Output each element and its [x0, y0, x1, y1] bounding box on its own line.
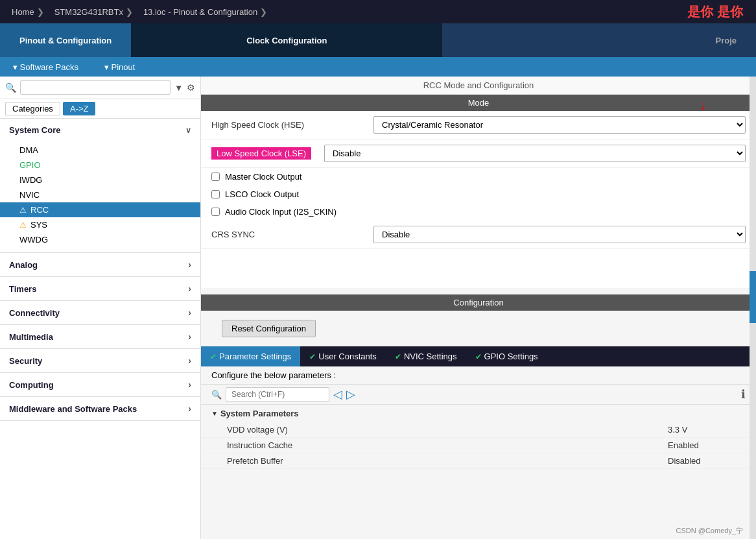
- config-section: Configuration Reset Configuration ✔ Para…: [201, 294, 756, 469]
- tab-pinout-config[interactable]: Pinout & Configuration: [0, 23, 131, 57]
- section-multimedia-header[interactable]: Multimedia ›: [0, 325, 200, 348]
- tab-parameter-settings[interactable]: ✔ Parameter Settings: [201, 346, 300, 366]
- tab-gpio-settings[interactable]: ✔ GPIO Settings: [466, 346, 547, 366]
- hse-label: High Speed Clock (HSE): [211, 120, 367, 130]
- section-system-core: System Core ∨ DMA GPIO IWDG NVIC: [0, 119, 200, 253]
- configure-text: Configure the below parameters :: [201, 366, 756, 385]
- master-clock-checkbox[interactable]: [211, 173, 220, 181]
- info-icon: ℹ: [741, 387, 746, 401]
- sidebar-item-nvic[interactable]: NVIC: [0, 187, 200, 202]
- section-multimedia-label: Multimedia: [9, 332, 53, 342]
- sidebar-search-area: 🔍 ▼ ⚙: [0, 77, 200, 99]
- chevron-right-icon-security: ›: [188, 355, 191, 366]
- nav-file-label: 13.ioc - Pinout & Configuration: [143, 7, 257, 17]
- section-connectivity-header[interactable]: Connectivity ›: [0, 301, 200, 324]
- audio-clock-row: Audio Clock Input (I2S_CKIN): [201, 203, 756, 221]
- chevron-right-icon-middleware: ›: [188, 403, 191, 414]
- section-connectivity: Connectivity ›: [0, 301, 200, 325]
- nav-prev-icon[interactable]: ◁: [333, 387, 342, 401]
- search-params-input[interactable]: [226, 387, 329, 401]
- chevron-right-icon-computing: ›: [188, 379, 191, 390]
- nav-chevron-2: ❯: [126, 7, 133, 17]
- audio-clock-label: Audio Clock Input (I2S_CKIN): [225, 207, 337, 217]
- pinout-label: ▾ Pinout: [104, 62, 135, 72]
- tab-categories[interactable]: Categories: [5, 102, 60, 115]
- sidebar-item-dma[interactable]: DMA: [0, 143, 200, 158]
- section-security-label: Security: [9, 356, 42, 366]
- pinout-menu[interactable]: ▾ Pinout: [104, 62, 135, 72]
- chinese-annotation: 是你 是你: [687, 3, 743, 21]
- nav-chevron-1: ❯: [37, 7, 44, 17]
- section-system-core-header[interactable]: System Core ∨: [0, 119, 200, 141]
- chevron-right-icon-analog: ›: [188, 259, 191, 270]
- rcc-panel: RCC Mode and Configuration Mode High Spe…: [201, 77, 756, 288]
- tab-user-constants[interactable]: ✔ User Constants: [300, 346, 386, 366]
- mode-section-header: Mode: [201, 95, 756, 111]
- system-params-header: ▼ System Parameters: [201, 405, 756, 422]
- chevron-right-icon-connectivity: ›: [188, 307, 191, 318]
- section-middleware-label: Middleware and Software Packs: [9, 404, 137, 414]
- tab-nvic-settings[interactable]: ✔ NVIC Settings: [386, 346, 466, 366]
- rcc-panel-title: RCC Mode and Configuration: [201, 77, 756, 95]
- config-tabs: ✔ Parameter Settings ✔ User Constants ✔ …: [201, 346, 756, 366]
- master-clock-label: Master Clock Output: [225, 172, 302, 182]
- nav-home[interactable]: Home ❯: [6, 7, 49, 17]
- tab-clock-config[interactable]: Clock Configuration: [131, 23, 442, 57]
- sub-header: ▾ Software Packs ▾ Pinout: [0, 57, 756, 77]
- master-clock-row: Master Clock Output: [201, 168, 756, 186]
- nav-next-icon[interactable]: ▷: [346, 387, 355, 401]
- reset-config-button[interactable]: Reset Configuration: [222, 320, 316, 337]
- section-timers-header[interactable]: Timers ›: [0, 277, 200, 300]
- content-area: 🔍 ▼ ⚙ Categories A->Z System Core ∨ DMA: [0, 77, 756, 539]
- sidebar-item-rcc[interactable]: ⚠ RCC ↑: [0, 202, 200, 217]
- nav-file[interactable]: 13.ioc - Pinout & Configuration ❯: [138, 7, 272, 17]
- hse-select[interactable]: Crystal/Ceramic Resonator Disable BYPASS…: [373, 116, 746, 134]
- lsco-clock-checkbox[interactable]: [211, 190, 220, 198]
- dropdown-arrow-icon: ▼: [174, 83, 183, 93]
- check-icon-gpio: ✔: [475, 352, 482, 361]
- tab-az[interactable]: A->Z: [63, 102, 96, 115]
- lse-select[interactable]: Disable Crystal/Ceramic Resonator BYPASS…: [324, 145, 746, 162]
- check-icon-user: ✔: [309, 352, 316, 361]
- tab-project[interactable]: Proje: [696, 23, 756, 57]
- section-computing-label: Computing: [9, 380, 54, 390]
- section-middleware-header[interactable]: Middleware and Software Packs ›: [0, 397, 200, 420]
- sidebar-item-sys[interactable]: ⚠ SYS: [0, 217, 200, 232]
- main-tab-header: Pinout & Configuration Clock Configurati…: [0, 23, 756, 57]
- nav-device-label: STM32G431RBTx: [54, 7, 123, 17]
- crs-sync-select[interactable]: Disable: [373, 226, 746, 243]
- red-arrow-hse: ↓: [700, 97, 707, 114]
- param-row-icache: Instruction Cache Enabled: [201, 438, 756, 453]
- section-security-header[interactable]: Security ›: [0, 349, 200, 372]
- sidebar-item-gpio[interactable]: GPIO: [0, 158, 200, 173]
- lsco-clock-row: LSCO Clock Output: [201, 186, 756, 203]
- search-icon: 🔍: [5, 82, 16, 93]
- nav-device[interactable]: STM32G431RBTx ❯: [49, 7, 138, 17]
- hse-select-wrapper: Crystal/Ceramic Resonator Disable BYPASS…: [373, 116, 746, 134]
- section-analog-header[interactable]: Analog ›: [0, 253, 200, 276]
- sidebar: 🔍 ▼ ⚙ Categories A->Z System Core ∨ DMA: [0, 77, 201, 539]
- search-input[interactable]: [20, 80, 171, 95]
- lse-label: Low Speed Clock (LSE): [211, 147, 311, 160]
- scrollbar-track[interactable]: [750, 77, 756, 539]
- sidebar-item-wwdg[interactable]: WWDG: [0, 232, 200, 247]
- section-computing: Computing ›: [0, 373, 200, 397]
- chevron-right-icon-timers: ›: [188, 283, 191, 294]
- software-packs-menu[interactable]: ▾ Software Packs: [13, 62, 78, 72]
- sidebar-tabs: Categories A->Z: [0, 99, 200, 119]
- main-content: RCC Mode and Configuration Mode High Spe…: [201, 77, 756, 539]
- warning-icon-rcc: ⚠: [19, 206, 27, 215]
- section-computing-header[interactable]: Computing ›: [0, 373, 200, 396]
- audio-clock-checkbox[interactable]: [211, 208, 220, 216]
- scrollbar-thumb[interactable]: [750, 271, 756, 323]
- section-system-core-label: System Core: [9, 125, 60, 135]
- chevron-right-icon-multimedia: ›: [188, 331, 191, 342]
- section-timers-label: Timers: [9, 284, 36, 294]
- sidebar-item-iwdg[interactable]: IWDG: [0, 173, 200, 187]
- gear-icon[interactable]: ⚙: [187, 82, 195, 93]
- spacer: [201, 249, 756, 288]
- chevron-down-icon: ∨: [185, 126, 191, 135]
- search-params-icon: 🔍: [211, 390, 222, 400]
- section-security: Security ›: [0, 349, 200, 373]
- system-core-items: DMA GPIO IWDG NVIC ⚠ RCC: [0, 141, 200, 252]
